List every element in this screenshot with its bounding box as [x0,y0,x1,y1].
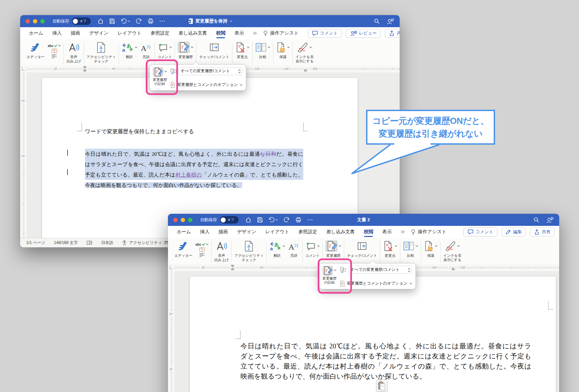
translate-button[interactable]: aあ翻訳 [269,239,285,265]
accessibility-button[interactable]: アクセシビリティ チェック [234,239,264,265]
document-title-menu[interactable]: 変更履歴を保持 [187,15,232,27]
redo-icon[interactable] [136,18,142,24]
proofing-tools-column[interactable]: abc [48,40,61,62]
minimize-button[interactable] [33,19,37,23]
tab-デザイン[interactable]: デザイン [237,226,256,238]
editing-button[interactable]: 編集 [501,228,526,237]
tab-参照設定[interactable]: 参照設定 [299,226,317,238]
comments-button[interactable]: コメント [463,228,497,237]
ink-button[interactable]: インクを非 表示にする [296,40,314,66]
comment-button[interactable]: コメント [305,239,320,265]
search-icon[interactable] [533,217,539,223]
tab-校閲[interactable]: 校閲 [364,226,373,238]
accessibility-button[interactable]: アクセシビリティ チェック [87,40,116,66]
protect-button[interactable]: 保護 [424,239,438,265]
document-page[interactable]: 今日は晴れた日で、気温は 20℃ほど。風も心地よく、外に出るには最適だ。昼食には… [190,277,556,392]
comments-button[interactable]: コメント [308,29,342,38]
indent-marker[interactable] [83,69,86,71]
read-aloud-button[interactable]: 音声 読み上げ [214,239,229,265]
save-icon[interactable] [257,217,263,223]
markup-options-menu[interactable]: 変更履歴とコメントのオプション [170,82,242,88]
indent-marker[interactable] [304,69,307,71]
tab-assistant[interactable]: 操作アシスト [263,27,299,39]
status-item[interactable]: アクセシビリティ: 問題 [122,240,172,246]
tab-ホーム[interactable]: ホーム [29,27,43,39]
indent-marker[interactable] [231,268,234,270]
more-icon[interactable] [307,217,313,223]
share-button[interactable]: 共有 [530,228,554,237]
tab-assistant[interactable]: 操作アシスト [411,226,446,238]
close-button[interactable] [26,19,30,23]
comment-button[interactable]: コメント [158,40,172,66]
tab-描画[interactable]: 描画 [71,27,80,39]
tab-レイアウト[interactable]: レイアウト [265,226,290,238]
tab-レイアウト[interactable]: レイアウト [118,27,142,39]
check-comment-button[interactable]: チェック/コメント [199,40,229,66]
compare-button[interactable]: 比較 [403,239,418,265]
status-item[interactable] [86,240,92,245]
all-markup-select[interactable]: すべての変更履歴/コメント [340,266,412,274]
close-button[interactable] [173,218,178,222]
indent-marker[interactable] [231,265,234,267]
tab-selector-box[interactable] [20,65,27,73]
print-icon[interactable] [295,217,302,223]
language-button[interactable]: A가言語 [140,40,152,66]
share-button[interactable]: 共有 [385,29,400,38]
paste-options-button[interactable] [376,380,388,392]
track-changes-button[interactable]: 変更履歴 [325,239,341,265]
changes-button[interactable]: 変更点 [235,40,250,66]
tab-ホーム[interactable]: ホーム [177,226,191,238]
markup-options-menu[interactable]: 変更履歴とコメントのオプション [340,281,412,287]
autosave-toggle[interactable]: オフ [220,216,238,224]
search-icon[interactable] [374,18,380,24]
read-aloud-button[interactable]: 音声 読み上げ [66,40,81,66]
fullscreen-button[interactable] [188,218,192,222]
tab-参照設定[interactable]: 参照設定 [151,27,170,39]
tab-overflow-chevron-icon[interactable] [401,226,405,238]
fullscreen-button[interactable] [40,19,45,23]
track-changes-record-button[interactable]: 変更履歴 の記録 [322,265,337,287]
all-markup-select[interactable]: すべての変更履歴/コメント [170,67,242,75]
save-icon[interactable] [109,18,115,24]
indent-marker[interactable] [452,268,455,270]
editor-button[interactable]: エディター [174,239,192,265]
status-item[interactable]: 148/168 文字 [54,240,78,246]
vertical-ruler[interactable]: 2040 [168,271,175,392]
status-item[interactable]: 1/1 ページ [26,240,45,246]
home-icon[interactable] [97,18,104,24]
language-button[interactable]: A가言語 [288,239,300,265]
vertical-ruler[interactable]: 2040 [20,72,27,238]
track-changes-record-button[interactable]: 変更履歴 の記録 [152,67,167,88]
compare-button[interactable]: 比較 [255,40,270,66]
tab-描画[interactable]: 描画 [219,226,228,238]
redo-icon[interactable] [283,217,290,223]
tab-差し込み文書[interactable]: 差し込み文書 [326,226,355,238]
undo-icon[interactable] [121,18,130,24]
account-icon[interactable] [546,217,554,223]
tab-挿入[interactable]: 挿入 [200,226,210,238]
protect-button[interactable]: 保護 [276,40,290,66]
editor-button[interactable]: エディター [27,40,45,66]
document-title-menu[interactable]: 文書 2 [357,214,370,226]
tab-挿入[interactable]: 挿入 [52,27,62,39]
minimize-button[interactable] [181,218,185,222]
tab-校閲[interactable]: 校閲 [216,27,225,39]
status-item[interactable]: 日本語 [101,240,113,246]
changes-button[interactable]: 変更点 [383,239,397,265]
tab-表示[interactable]: 表示 [382,226,392,238]
translate-button[interactable]: aあ翻訳 [122,40,137,66]
autosave-toggle[interactable]: オフ [72,17,91,25]
track-changes-button[interactable]: 変更履歴 [178,40,193,66]
home-icon[interactable] [245,217,252,223]
indent-marker[interactable] [83,66,86,68]
ink-button[interactable]: インクを非 表示にする [443,239,461,265]
tab-overflow-chevron-icon[interactable] [253,27,257,39]
proofing-tools-column[interactable]: abc [195,239,209,260]
tab-表示[interactable]: 表示 [234,27,244,39]
tab-差し込み文書[interactable]: 差し込み文書 [179,27,207,39]
account-icon[interactable] [387,18,394,24]
undo-icon[interactable] [268,217,278,223]
print-icon[interactable] [147,18,154,24]
proofing-button[interactable]: abc [48,40,61,66]
tab-デザイン[interactable]: デザイン [89,27,108,39]
